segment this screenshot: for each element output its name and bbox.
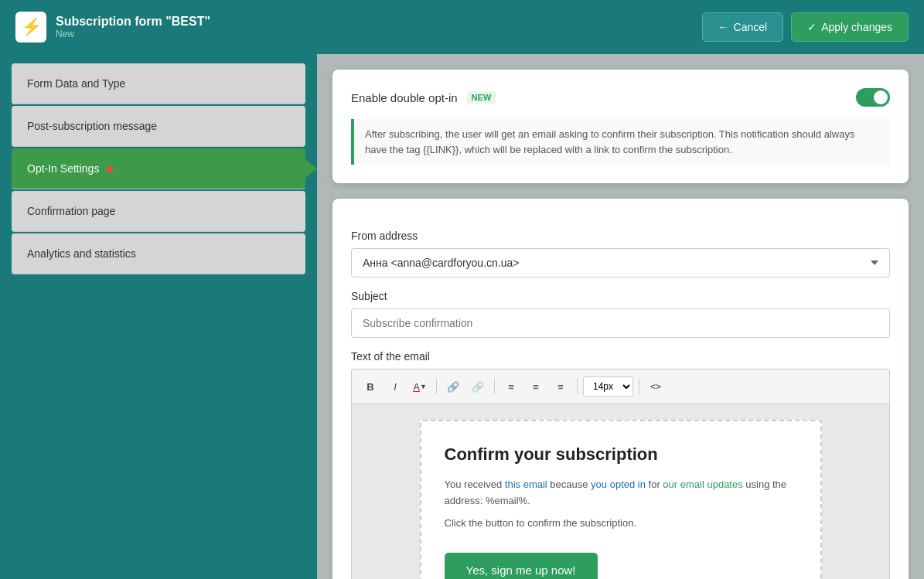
cancel-label: Cancel [734, 21, 768, 33]
highlight-our: our email updates [663, 479, 742, 490]
font-color-icon: A [413, 381, 420, 393]
logo-icon: ⚡ [21, 17, 42, 37]
align-center-button[interactable]: ≡ [525, 376, 547, 397]
toolbar-separator-2 [494, 379, 495, 394]
link-icon: 🔗 [447, 381, 459, 393]
from-address-select[interactable]: Анна <anna@cardforyou.cn.ua> [351, 248, 890, 278]
header-buttons: ← Cancel ✓ Apply changes [702, 12, 909, 42]
opt-in-toggle[interactable] [856, 88, 890, 107]
unlink-button[interactable]: 🔗 [467, 376, 489, 397]
align-center-icon: ≡ [533, 381, 539, 393]
cancel-button[interactable]: ← Cancel [702, 12, 784, 42]
email-preview-heading: Confirm your subscription [445, 444, 797, 465]
email-text-label: Text of the email [351, 350, 890, 363]
sidebar-item-analytics[interactable]: Analytics and statistics [12, 233, 305, 274]
bold-button[interactable]: B [360, 376, 381, 397]
subject-input[interactable] [351, 308, 890, 338]
email-preview-body2: Click the button to confirm the subscrip… [445, 516, 797, 532]
sidebar-item-form-data[interactable]: Form Data and Type [12, 63, 305, 104]
toolbar-separator-4 [639, 379, 639, 394]
sidebar-item-label: Confirmation page [27, 205, 115, 217]
email-preview: Confirm your subscription You received t… [420, 420, 822, 579]
code-button[interactable]: <> [645, 376, 667, 397]
logo-box: ⚡ [15, 12, 46, 43]
header: ⚡ Subscription form "BEST" New ← Cancel … [0, 0, 924, 54]
highlight-this: this email [505, 479, 547, 490]
email-preview-body1: You received this email because you opte… [445, 477, 797, 509]
info-box: After subscribing, the user will get an … [351, 119, 890, 165]
chevron-down-icon: ▼ [420, 383, 427, 390]
align-right-button[interactable]: ≡ [550, 376, 571, 397]
page-title: Subscription form "BEST" [56, 15, 210, 29]
toolbar-separator-1 [436, 379, 437, 394]
opt-in-dot [107, 166, 113, 172]
sidebar-item-label: Form Data and Type [27, 77, 125, 90]
sidebar-item-post-subscription[interactable]: Post-subscription message [12, 106, 305, 147]
check-icon: ✓ [807, 21, 817, 33]
email-preview-wrap: Confirm your subscription You received t… [351, 404, 890, 579]
unlink-icon: 🔗 [472, 381, 484, 393]
sidebar-item-label: Opt-In Settings [27, 162, 99, 175]
header-left: ⚡ Subscription form "BEST" New [15, 12, 210, 43]
opt-in-panel: Enable double opt-in NEW After subscribi… [332, 70, 909, 183]
sidebar-item-label: Post-subscription message [27, 120, 157, 132]
sidebar: Form Data and Type Post-subscription mes… [0, 54, 317, 579]
italic-button[interactable]: I [384, 376, 406, 397]
font-color-button[interactable]: A ▼ [409, 376, 431, 397]
apply-label: Apply changes [821, 21, 892, 33]
font-size-select[interactable]: 14px [583, 376, 633, 397]
sidebar-item-confirmation[interactable]: Confirmation page [12, 191, 305, 232]
align-right-icon: ≡ [557, 381, 564, 393]
toolbar-separator-3 [577, 379, 578, 394]
from-address-label: From address [351, 230, 890, 242]
highlight-you: you opted in [591, 479, 646, 490]
opt-in-label: Enable double opt-in [351, 91, 458, 104]
info-text: After subscribing, the user will get an … [365, 128, 854, 155]
header-title-group: Subscription form "BEST" New [56, 15, 210, 39]
subject-label: Subject [351, 290, 890, 302]
sidebar-item-label: Analytics and statistics [27, 247, 136, 260]
page-subtitle: New [56, 29, 210, 39]
align-left-icon: ≡ [508, 381, 514, 393]
content-area: Enable double opt-in NEW After subscribi… [317, 54, 924, 579]
align-left-button[interactable]: ≡ [500, 376, 522, 397]
new-badge: NEW [467, 91, 496, 104]
opt-in-row: Enable double opt-in NEW [351, 88, 890, 107]
arrow-left-icon: ← [718, 21, 729, 33]
apply-button[interactable]: ✓ Apply changes [791, 12, 909, 42]
email-confirm-button[interactable]: Yes, sign me up now! [445, 553, 598, 579]
sidebar-item-opt-in[interactable]: Opt-In Settings [12, 148, 305, 189]
email-form-panel: From address Анна <anna@cardforyou.cn.ua… [332, 199, 909, 579]
link-button[interactable]: 🔗 [442, 376, 464, 397]
email-toolbar: B I A ▼ 🔗 🔗 ≡ ≡ [351, 369, 890, 404]
main-layout: Form Data and Type Post-subscription mes… [0, 54, 924, 579]
